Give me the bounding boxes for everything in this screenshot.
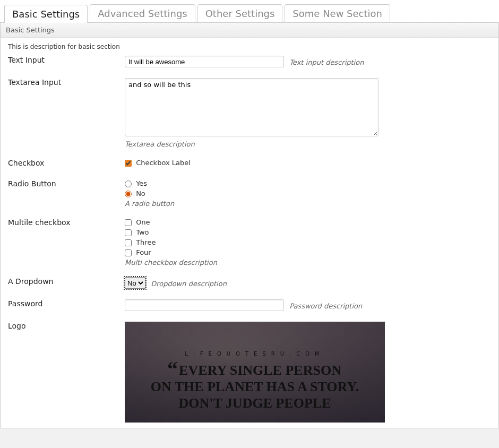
dropdown-label: A Dropdown [1,272,117,294]
logo-image: LIFEQUOTESRU.COM “EVERY SINGLE PERSON ON… [125,322,385,423]
logo-line1: EVERY SINGLE PERSON [179,363,341,378]
multi-option-two[interactable]: Two [125,228,491,236]
text-input-label: Text Input [1,50,117,73]
multi-two-label: Two [136,228,149,236]
radio-no-label: No [136,189,145,197]
dropdown-select[interactable]: No [125,277,145,289]
dropdown-desc: Dropdown description [151,280,227,288]
logo-kicker: LIFEQUOTESRU.COM [125,322,385,357]
checkbox-label: Checkbox [1,153,117,174]
logo-line2: ON THE PLANET HAS A STORY. [151,379,359,394]
textarea-desc: Textarea description [125,140,491,148]
quote-mark-icon: “ [167,357,178,381]
radio-no[interactable] [125,191,132,197]
textarea-label: Textarea Input [1,73,117,153]
multi-three-label: Three [136,238,156,246]
multi-label: Multile checkbox [1,213,117,272]
logo-quote: “EVERY SINGLE PERSON ON THE PLANET HAS A… [125,362,385,412]
logo-label: Logo [1,316,117,428]
text-input[interactable] [125,56,284,67]
multi-one-label: One [136,218,150,226]
settings-panel: Basic Settings This is description for b… [0,23,499,428]
password-desc: Password description [289,302,362,310]
multi-check-three[interactable] [125,239,132,246]
tab-basic-settings[interactable]: Basic Settings [4,5,88,23]
tabs-bar: Basic Settings Advanced Settings Other S… [0,0,499,23]
checkbox-option-label: Checkbox Label [136,159,191,167]
tab-advanced-settings[interactable]: Advanced Settings [90,4,195,22]
multi-check-four[interactable] [125,249,132,256]
radio-yes-label: Yes [136,179,147,187]
password-input[interactable] [125,299,284,311]
multi-desc: Multi checkbox description [125,259,491,266]
section-description: This is description for basic section [1,38,498,50]
logo-line3: DON'T JUDGE PEOPLE [178,395,331,411]
multi-option-one[interactable]: One [125,218,491,226]
tab-other-settings[interactable]: Other Settings [197,4,283,22]
checkbox-option[interactable]: Checkbox Label [125,159,491,167]
multi-option-three[interactable]: Three [125,238,491,246]
radio-yes[interactable] [125,180,132,187]
password-label: Password [1,294,117,316]
checkbox-input[interactable] [125,160,132,167]
radio-option-no[interactable]: No [125,189,491,197]
text-input-desc: Text input description [289,58,364,66]
tab-some-new-section[interactable]: Some New Section [285,4,390,22]
textarea-input[interactable]: and so will be this [125,78,378,136]
multi-option-four[interactable]: Four [125,248,491,256]
radio-option-yes[interactable]: Yes [125,179,491,187]
radio-desc: A radio button [125,200,491,208]
multi-check-one[interactable] [125,219,132,226]
multi-four-label: Four [136,248,151,256]
multi-check-two[interactable] [125,229,132,236]
radio-label: Radio Button [1,174,117,213]
section-title: Basic Settings [1,23,498,38]
